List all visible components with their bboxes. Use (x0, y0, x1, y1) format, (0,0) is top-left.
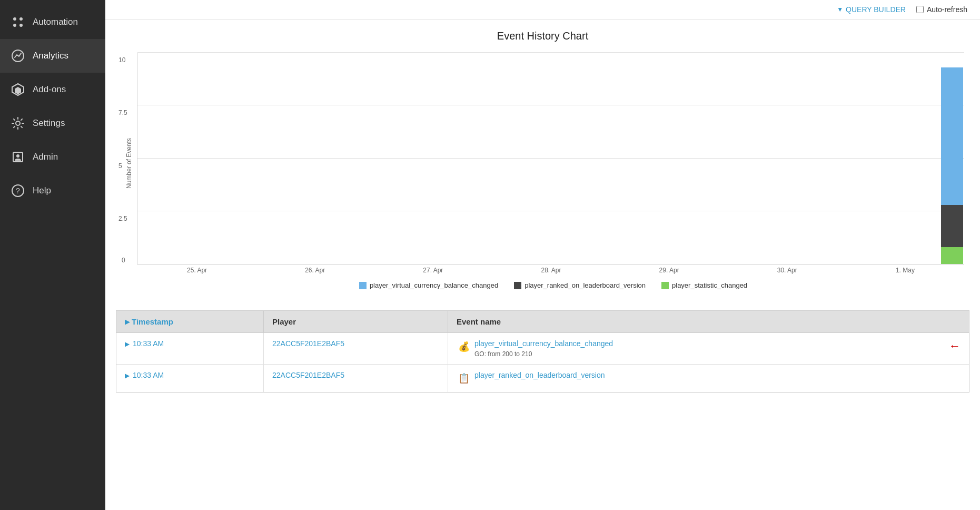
chart-legend: player_virtual_currency_balance_changed … (142, 281, 964, 289)
table-cell-event-1: 📋 player_ranked_on_leaderboard_version (448, 365, 969, 392)
table-row: ▶ 10:33 AM 22ACC5F201E2BAF5 📋 player_ran… (116, 365, 969, 392)
chart-section: Event History Chart Number of Events 10 … (105, 19, 980, 305)
bars-group (941, 53, 963, 264)
automation-icon (11, 15, 25, 30)
svg-point-1 (19, 17, 23, 21)
event-details-1: player_ranked_on_leaderboard_version (474, 371, 961, 379)
auto-refresh-label[interactable]: Auto-refresh (916, 5, 967, 14)
chart-title: Event History Chart (121, 30, 964, 42)
y-tick-10: 10 (118, 56, 125, 64)
svg-point-2 (13, 24, 16, 27)
sort-arrow-icon: ▶ (125, 318, 130, 326)
sidebar-item-label-analytics: Analytics (33, 51, 68, 61)
row-expand-arrow-0[interactable]: ▶ (125, 340, 130, 348)
y-tick-25: 2.5 (118, 215, 127, 222)
addons-icon (11, 82, 25, 97)
legend-item-blue: player_virtual_currency_balance_changed (359, 281, 498, 289)
table-header-event-label: Event name (457, 317, 501, 326)
event-table: ▶ Timestamp Player Event name ▶ 10:33 AM… (116, 310, 969, 393)
bar-green (941, 247, 963, 264)
chart-inner: 10 7.5 5 2.5 0 (137, 53, 964, 274)
legend-box-blue (359, 282, 367, 289)
svg-point-0 (13, 17, 16, 21)
settings-icon (11, 116, 25, 131)
event-name-link-1[interactable]: player_ranked_on_leaderboard_version (474, 371, 961, 379)
x-axis: 25. Apr 26. Apr 27. Apr 28. Apr 29. Apr … (138, 264, 964, 274)
sidebar-item-settings[interactable]: Settings (0, 106, 105, 140)
x-tick-1: 26. Apr (256, 267, 374, 274)
svg-marker-6 (15, 87, 21, 94)
y-tick-50: 5 (118, 162, 122, 170)
table-header-event: Event name (448, 311, 969, 332)
sidebar-item-label-admin: Admin (33, 152, 58, 162)
sidebar-item-admin[interactable]: Admin (0, 140, 105, 174)
red-arrow-icon: ← (949, 339, 961, 353)
x-tick-0: 25. Apr (138, 267, 256, 274)
x-tick-3: 28. Apr (492, 267, 610, 274)
sidebar-item-label-help: Help (33, 185, 51, 196)
top-bar: ▼ QUERY BUILDER Auto-refresh (105, 0, 980, 19)
grid-line-10: 10 (137, 52, 964, 53)
sidebar-item-automation[interactable]: Automation (0, 5, 105, 39)
table-cell-timestamp-1: ▶ 10:33 AM (116, 365, 264, 392)
table-header-player: Player (264, 311, 448, 332)
svg-point-3 (19, 24, 23, 27)
sidebar-item-addons[interactable]: Add-ons (0, 73, 105, 106)
table-cell-player-1: 22ACC5F201E2BAF5 (264, 365, 448, 392)
table-header-player-label: Player (272, 317, 296, 326)
timestamp-link-0[interactable]: 10:33 AM (133, 339, 164, 348)
legend-label-green: player_statistic_changed (672, 281, 747, 289)
player-link-0[interactable]: 22ACC5F201E2BAF5 (272, 339, 344, 348)
legend-item-green: player_statistic_changed (661, 281, 747, 289)
y-tick-75: 7.5 (118, 109, 127, 116)
x-tick-2: 27. Apr (374, 267, 492, 274)
chart-container: Number of Events 10 7.5 5 2.5 (121, 53, 964, 274)
query-builder-label: QUERY BUILDER (846, 5, 906, 14)
grid-line-75: 7.5 (137, 105, 964, 105)
grid-line-50: 5 (137, 158, 964, 159)
table-row: ▶ 10:33 AM 22ACC5F201E2BAF5 💰 player_vir… (116, 333, 969, 365)
legend-label-dark: player_ranked_on_leaderboard_version (524, 281, 646, 289)
legend-item-dark: player_ranked_on_leaderboard_version (514, 281, 646, 289)
event-icon-0: 💰 (457, 339, 471, 354)
main-content: ▼ QUERY BUILDER Auto-refresh Event Histo… (105, 0, 980, 510)
svg-text:?: ? (16, 187, 20, 195)
row-expand-arrow-1[interactable]: ▶ (125, 372, 130, 379)
event-detail-0: GO: from 200 to 210 (474, 350, 941, 358)
legend-box-green (661, 282, 669, 289)
svg-point-9 (16, 154, 19, 158)
help-icon: ? (11, 183, 25, 198)
event-name-link-0[interactable]: player_virtual_currency_balance_changed (474, 339, 941, 348)
table-header-timestamp-label: Timestamp (132, 317, 173, 326)
query-builder-chevron-icon: ▼ (837, 6, 843, 13)
sidebar-item-label-settings: Settings (33, 118, 65, 129)
bar-dark (941, 205, 963, 247)
x-tick-4: 29. Apr (610, 267, 728, 274)
svg-point-7 (16, 121, 20, 125)
y-tick-0: 0 (122, 257, 125, 264)
bar-blue (941, 67, 963, 205)
table-header-timestamp[interactable]: ▶ Timestamp (116, 311, 264, 332)
admin-icon (11, 150, 25, 164)
legend-label-blue: player_virtual_currency_balance_changed (370, 281, 498, 289)
auto-refresh-text: Auto-refresh (927, 5, 967, 14)
event-icon-1: 📋 (457, 371, 471, 386)
table-header: ▶ Timestamp Player Event name (116, 311, 969, 333)
query-builder-button[interactable]: ▼ QUERY BUILDER (837, 5, 906, 14)
grid-line-25: 2.5 (137, 211, 964, 211)
chart-plot: 10 7.5 5 2.5 0 (137, 53, 964, 264)
y-axis-label: Number of Events (121, 53, 137, 274)
table-cell-timestamp-0: ▶ 10:33 AM (116, 333, 264, 364)
sidebar-item-help[interactable]: ? Help (0, 174, 105, 208)
legend-box-dark (514, 282, 521, 289)
analytics-icon (11, 48, 25, 63)
auto-refresh-checkbox[interactable] (916, 6, 924, 13)
x-tick-5: 30. Apr (728, 267, 846, 274)
player-link-1[interactable]: 22ACC5F201E2BAF5 (272, 371, 344, 379)
sidebar: Automation Analytics Add-ons Settings (0, 0, 105, 510)
sidebar-item-analytics[interactable]: Analytics (0, 39, 105, 73)
timestamp-link-1[interactable]: 10:33 AM (133, 371, 164, 379)
sidebar-item-label-addons: Add-ons (33, 84, 66, 95)
table-cell-player-0: 22ACC5F201E2BAF5 (264, 333, 448, 364)
event-details-0: player_virtual_currency_balance_changed … (474, 339, 941, 358)
